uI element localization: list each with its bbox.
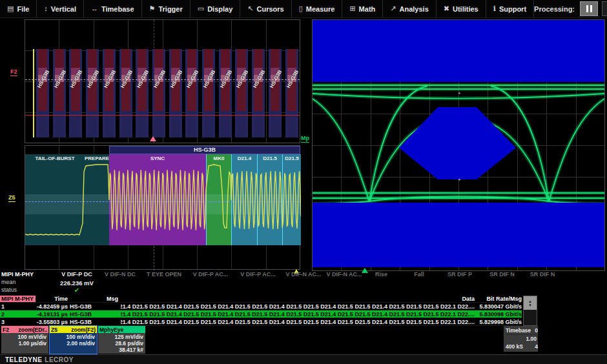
menu-item-display[interactable]: ▭Display: [190, 0, 241, 17]
menu-item-label: File: [17, 5, 29, 13]
timebase-icon: ↔: [91, 5, 98, 12]
burst-bar: HS-G3B: [69, 49, 82, 137]
descriptor-line: 28.6 ps/div: [98, 340, 143, 347]
processing-play-button[interactable]: ▶: [602, 1, 607, 16]
eye-trace-glow: [313, 99, 369, 201]
table-header-time[interactable]: Time: [36, 296, 68, 302]
menu-item-measure[interactable]: ▯Measure: [292, 0, 343, 17]
oscilloscope-screen: ▤File↕Vertical↔Timebase⚑Trigger▭Display↖…: [0, 0, 607, 364]
decode-table-header: MIPI M-PHY Time Msg Data Bit Rate/Msg: [0, 296, 522, 303]
trigger-position-marker: [150, 136, 156, 141]
trace-label-f2[interactable]: F2: [10, 69, 17, 76]
menu-item-analysis[interactable]: ↗Analysis: [383, 0, 436, 17]
descriptor-title: zoom(EDr..: [19, 327, 47, 333]
cell-data: D21.4 D21.5 D21.5 D21.4 D21.5 D21.5 D21.…: [121, 311, 475, 318]
cursors-icon: ↖: [247, 5, 253, 12]
analysis-icon: ↗: [390, 5, 396, 12]
trace-label-mp[interactable]: Mp: [301, 136, 309, 143]
center-cross-lower: +: [458, 177, 461, 183]
cell-rate: 5.830098 Gbit/s: [475, 311, 522, 318]
measure-column-12[interactable]: SR DIF N: [523, 272, 562, 278]
measure-column-3[interactable]: T EYE OPEN: [141, 272, 187, 278]
burst-bar: HS-G3B: [252, 49, 265, 137]
descriptor-body: 100 mV/div1.00 µs/div: [1, 333, 48, 347]
menu-item-label: Utilities: [453, 5, 478, 13]
support-icon: ℹ: [493, 5, 496, 12]
menu-item-cursors[interactable]: ↖Cursors: [240, 0, 291, 17]
trace-label-z5[interactable]: Z5: [8, 195, 15, 202]
measure-column-11[interactable]: SR DIF N: [481, 272, 523, 278]
descriptor-mphyeye[interactable]: MphyEye125 mV/div28.6 ps/div38.417 k#: [98, 326, 145, 354]
footer-bar: TELEDYNE LECROY: [0, 354, 607, 364]
menu-item-support[interactable]: ℹSupport: [486, 0, 534, 17]
eye-trace: [313, 99, 369, 201]
descriptor-f2[interactable]: F2zoom(EDr..100 mV/div1.00 µs/div: [1, 326, 48, 354]
file-icon: ▤: [7, 5, 14, 12]
scrollbar-thumb[interactable]: ▲ ▼: [524, 296, 537, 310]
menu-item-utilities[interactable]: ✖Utilities: [437, 0, 486, 17]
eye-mask-hexagon: [399, 107, 516, 179]
measure-column-5[interactable]: V DIF-P AC...: [234, 272, 282, 278]
burst-bar: HS-G3B: [235, 49, 248, 137]
cell-msg: HS-G3B: [68, 311, 121, 318]
menu-item-label: Trigger: [158, 5, 182, 13]
table-row-1[interactable]: 1-4.82459 µsHS-G3BD21.4 D21.5 D21.5 D21.…: [0, 303, 522, 310]
decode-table-body: 1-4.82459 µsHS-G3BD21.4 D21.5 D21.5 D21.…: [0, 303, 522, 326]
table-row-2[interactable]: 2-4.19131 µsHS-G3BD21.4 D21.5 D21.5 D21.…: [0, 310, 522, 318]
zoom-graticule: HS-G3B TAIL-OF-BURSTPREPARESYNCMK0D21.4D…: [25, 145, 300, 270]
eye-mask-top: [313, 20, 604, 82]
menu-item-vertical[interactable]: ↕Vertical: [37, 0, 84, 17]
menu-right-cluster: Processing: ▶ Default: Undo ↶: [534, 1, 607, 17]
descriptor-title: zoom(F2): [71, 327, 96, 333]
table-header-msg[interactable]: Msg: [68, 296, 121, 302]
yellow-cursor-line[interactable]: [33, 49, 34, 137]
eye-trace: [549, 99, 604, 201]
timebase-right: 0: [535, 327, 538, 334]
table-row-3[interactable]: 3-3.55803 µsHS-G3BD21.4 D21.5 D21.5 D21.…: [0, 318, 522, 326]
descriptor-line: 125 mV/div: [98, 334, 143, 340]
measure-column-1[interactable]: V DIF-P DC: [55, 272, 99, 278]
menu-item-label: Timebase: [101, 5, 134, 13]
menu-item-file[interactable]: ▤File: [0, 0, 37, 17]
measure-column-9[interactable]: Fall: [400, 272, 438, 278]
f2-baseline-dashed: [25, 79, 300, 80]
burst-bar: HS-G3B: [36, 49, 49, 137]
descriptor-id: MphyEye: [99, 327, 123, 333]
table-header-protocol[interactable]: MIPI M-PHY: [0, 296, 36, 302]
measure-column-6[interactable]: V DIF-N AC...: [282, 272, 325, 278]
decode-table: MIPI M-PHY Time Msg Data Bit Rate/Msg 1-…: [0, 296, 522, 326]
descriptor-header[interactable]: F2zoom(EDr..: [1, 326, 48, 333]
measure-column-4[interactable]: V DIF-P AC...: [187, 272, 234, 278]
pause-icon: [586, 5, 588, 12]
processing-pause-button[interactable]: [580, 1, 598, 16]
measure-column-7[interactable]: V DIF-N AC...: [325, 272, 363, 278]
center-cross-upper: +: [458, 91, 461, 96]
timebase-descriptor[interactable]: Timebase 0 1.00 400 kS 4: [504, 326, 538, 352]
measure-column-2[interactable]: V DIF-N DC: [99, 272, 141, 278]
menu-item-label: Analysis: [400, 5, 429, 13]
table-header-rate[interactable]: Bit Rate/Msg: [475, 296, 522, 302]
brand-teledyne: TELEDYNE: [5, 356, 42, 363]
menu-item-trigger[interactable]: ⚑Trigger: [142, 0, 190, 17]
cell-time: -3.55803 µs: [36, 319, 68, 325]
trigger-level-line: [25, 115, 300, 116]
measure-row-mean: mean: [1, 279, 16, 285]
descriptor-header[interactable]: Z5zoom(F2): [50, 326, 97, 333]
z5-waveform-trace: [25, 165, 301, 235]
descriptor-z5[interactable]: Z5zoom(F2)100 mV/div2.00 ns/div: [50, 326, 97, 354]
menu-item-label: Math: [359, 5, 376, 13]
descriptor-header[interactable]: MphyEye: [98, 326, 145, 333]
menu-item-math[interactable]: ⊞Math: [342, 0, 383, 17]
measure-column-10[interactable]: SR DIF P: [438, 272, 481, 278]
burst-bar: HS-G3B: [285, 49, 298, 137]
measure-column-8[interactable]: Rise: [363, 272, 400, 278]
z5-waveform: [25, 146, 301, 270]
menu-item-label: Measure: [306, 5, 335, 13]
eye-trace-glow: [549, 99, 604, 201]
burst-bar: HS-G3B: [169, 49, 182, 137]
table-scrollbar[interactable]: ▲ ▼: [523, 296, 537, 326]
table-header-data[interactable]: Data: [121, 296, 475, 302]
menu-item-timebase[interactable]: ↔Timebase: [84, 0, 142, 17]
cell-msg: HS-G3B: [68, 303, 121, 310]
display-icon: ▭: [198, 5, 204, 12]
